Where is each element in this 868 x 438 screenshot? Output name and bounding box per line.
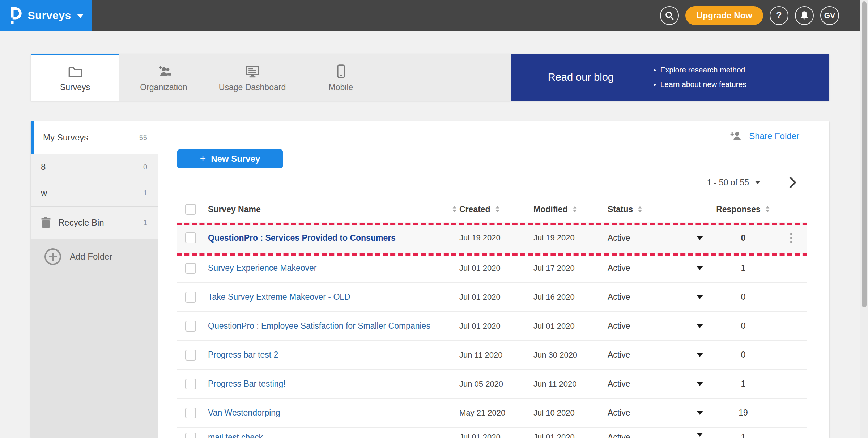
- surveys-content: Share Folder + New Survey 1 - 50 of 55 S: [158, 121, 829, 438]
- folder-label: 8: [41, 162, 46, 172]
- search-button[interactable]: [660, 6, 679, 25]
- kebab-menu-icon[interactable]: [789, 232, 793, 244]
- upgrade-now-button[interactable]: Upgrade Now: [685, 6, 763, 25]
- tab-organization[interactable]: Organization: [119, 54, 208, 101]
- chevron-down-icon[interactable]: [697, 266, 703, 270]
- product-switcher[interactable]: Surveys: [0, 0, 92, 31]
- row-checkbox[interactable]: [185, 379, 196, 389]
- chevron-down-icon[interactable]: [697, 411, 703, 415]
- table-row: QuestionPro : Employee Satisfaction for …: [177, 312, 807, 341]
- sort-icon[interactable]: [637, 205, 643, 213]
- responses-cell: 0: [711, 321, 776, 331]
- row-checkbox[interactable]: [185, 263, 196, 274]
- row-checkbox[interactable]: [185, 232, 196, 243]
- status-value[interactable]: Active: [608, 408, 689, 418]
- chevron-down-icon[interactable]: [697, 433, 703, 437]
- row-checkbox[interactable]: [185, 292, 196, 303]
- status-value[interactable]: Active: [608, 292, 689, 302]
- share-folder-label: Share Folder: [749, 131, 799, 141]
- status-value[interactable]: Active: [608, 321, 689, 331]
- folder-label: w: [41, 188, 47, 198]
- header-survey-name[interactable]: Survey Name: [208, 205, 459, 214]
- mobile-icon: [337, 64, 345, 78]
- sidebar-item-recycle-bin[interactable]: Recycle Bin 1: [31, 207, 158, 239]
- responses-cell: 1: [711, 433, 776, 438]
- row-checkbox[interactable]: [185, 408, 196, 418]
- page-scrollbar-thumb[interactable]: [862, 1, 867, 307]
- table-row: Progress Bar testing! Jun 05 2020 Jun 11…: [177, 370, 807, 399]
- add-folder-button[interactable]: Add Folder: [31, 239, 158, 265]
- notifications-button[interactable]: [795, 6, 814, 25]
- header-label: Status: [608, 205, 633, 214]
- dashboard-icon: [245, 65, 260, 78]
- table-row: Progress bar test 2 Jun 11 2020 Jun 30 2…: [177, 341, 807, 370]
- chevron-down-icon: [77, 14, 84, 18]
- chevron-down-icon[interactable]: [697, 382, 703, 386]
- header-modified[interactable]: Modified: [533, 205, 608, 214]
- avatar[interactable]: GV: [820, 6, 839, 25]
- pagination-range[interactable]: 1 - 50 of 55: [707, 178, 749, 188]
- row-checkbox[interactable]: [185, 350, 196, 361]
- header-created[interactable]: Created: [459, 205, 533, 214]
- folder-count: 1: [143, 219, 147, 227]
- modified-cell: Jul 01 2020: [533, 321, 608, 331]
- help-button[interactable]: ?: [770, 6, 788, 25]
- status-value[interactable]: Active: [608, 233, 689, 243]
- survey-name-link[interactable]: mail test check: [208, 433, 459, 438]
- row-checkbox[interactable]: [185, 433, 196, 438]
- new-survey-button[interactable]: + New Survey: [177, 149, 283, 168]
- status-value[interactable]: Active: [608, 263, 689, 273]
- modified-cell: Jul 01 2020: [533, 433, 608, 438]
- header-status[interactable]: Status: [608, 205, 689, 214]
- avatar-initials: GV: [824, 11, 835, 20]
- responses-cell: 19: [711, 408, 776, 418]
- created-cell: Jul 01 2020: [459, 321, 533, 331]
- survey-name-link[interactable]: QuestionPro : Services Provided to Consu…: [208, 233, 459, 243]
- responses-cell: 0: [711, 350, 776, 360]
- header-responses[interactable]: Responses: [711, 205, 776, 214]
- chevron-down-icon[interactable]: [697, 236, 703, 240]
- question-mark-icon: ?: [776, 10, 782, 21]
- sidebar-item-folder-8[interactable]: 8 0: [31, 154, 158, 180]
- survey-name-link[interactable]: Progress Bar testing!: [208, 379, 459, 389]
- sort-icon[interactable]: [452, 205, 457, 213]
- modified-cell: Jun 11 2020: [533, 379, 608, 389]
- responses-cell: 0: [711, 233, 776, 243]
- add-folder-label: Add Folder: [70, 252, 112, 262]
- tab-strip: Surveys Organization Usage Dashboard Mob…: [31, 54, 829, 101]
- status-value[interactable]: Active: [608, 379, 689, 389]
- chevron-down-icon[interactable]: [755, 181, 761, 184]
- tab-surveys[interactable]: Surveys: [31, 54, 119, 101]
- select-all-checkbox[interactable]: [185, 204, 196, 215]
- survey-name-link[interactable]: Survey Experience Makeover: [208, 263, 459, 273]
- share-folder-link[interactable]: Share Folder: [729, 130, 799, 142]
- chevron-down-icon[interactable]: [697, 353, 703, 357]
- blog-bullet: Learn about new features: [660, 80, 746, 89]
- blog-title[interactable]: Read our blog: [511, 71, 651, 83]
- survey-name-link[interactable]: Progress bar test 2: [208, 350, 459, 360]
- add-folder-section: Add Folder: [31, 239, 158, 438]
- survey-name-link[interactable]: Van Westendorping: [208, 408, 459, 418]
- status-value[interactable]: Active: [608, 350, 689, 360]
- sort-icon[interactable]: [572, 205, 578, 213]
- row-checkbox[interactable]: [185, 321, 196, 332]
- chevron-down-icon[interactable]: [697, 324, 703, 328]
- search-icon: [665, 11, 674, 20]
- blog-banner[interactable]: Read our blog Explore research method Le…: [511, 54, 829, 101]
- sort-icon[interactable]: [765, 205, 770, 213]
- created-cell: Jul 01 2020: [459, 433, 533, 438]
- chevron-down-icon[interactable]: [697, 295, 703, 299]
- survey-name-link[interactable]: QuestionPro : Employee Satisfaction for …: [208, 321, 459, 331]
- sidebar-item-folder-w[interactable]: w 1: [31, 180, 158, 206]
- sort-icon[interactable]: [495, 205, 500, 213]
- modified-cell: Jul 17 2020: [533, 264, 608, 273]
- sidebar-item-my-surveys[interactable]: My Surveys 55: [31, 121, 158, 154]
- page-scrollbar-track[interactable]: [860, 0, 868, 438]
- header-label: Created: [459, 205, 490, 214]
- next-page-button[interactable]: [789, 176, 797, 189]
- survey-name-link[interactable]: Take Survey Extreme Makeover - OLD: [208, 292, 459, 302]
- status-value[interactable]: Active: [608, 433, 689, 438]
- tab-usage-dashboard[interactable]: Usage Dashboard: [208, 54, 297, 101]
- modified-cell: Jul 16 2020: [533, 292, 608, 302]
- tab-mobile[interactable]: Mobile: [297, 54, 385, 101]
